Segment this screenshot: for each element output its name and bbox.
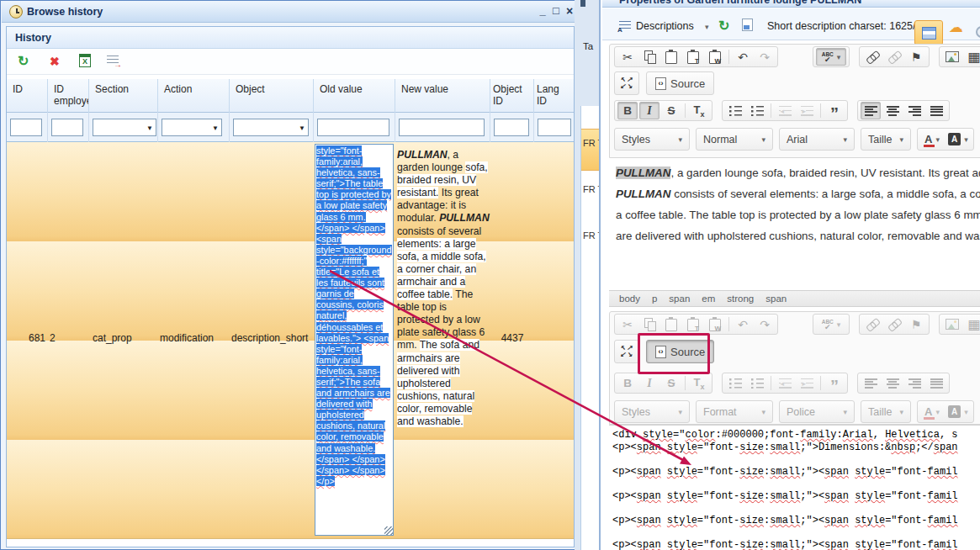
action-filter-select[interactable]: ▼ [162, 119, 222, 136]
remove-format-button[interactable]: Tx [689, 102, 709, 119]
element-path-item[interactable]: strong [727, 294, 754, 304]
old-value-filter-input[interactable] [317, 119, 389, 136]
new-value-cell: PULLMAN, a garden lounge sofa, braided r… [397, 149, 490, 428]
descriptions-dropdown-icon[interactable]: ▾ [705, 23, 709, 31]
table-icon[interactable]: ▦ [964, 48, 980, 66]
insert-group: ▦ [939, 314, 980, 335]
export-icon[interactable]: → [107, 56, 119, 66]
source-code-area[interactable]: <div style="color:#000000;font-family:Ar… [609, 425, 980, 550]
image-icon[interactable] [942, 48, 962, 66]
maximize-editor-icon[interactable]: ↖↗↙↘ [614, 71, 639, 95]
excel-export-icon[interactable]: X [79, 54, 91, 67]
refresh-icon[interactable]: ↻ [18, 53, 29, 69]
anchor-flag-icon: ⚑ [906, 315, 926, 333]
column-header-id[interactable]: ID [7, 79, 48, 113]
cloud-icon[interactable]: ☁ [949, 19, 963, 36]
maximize-editor-icon[interactable]: ↖↗↙↘ [614, 340, 639, 363]
column-header-lang-id[interactable]: Lang ID [534, 79, 574, 113]
id-employe-filter-input[interactable] [51, 119, 83, 136]
bg-color-button[interactable]: A▾ [946, 130, 971, 148]
align-justify-icon[interactable] [926, 102, 946, 119]
link-group: ⚑ [859, 46, 930, 67]
spellcheck-group: ABC✔ ▾ [813, 314, 850, 335]
refresh-descriptions-icon[interactable]: ↻ [718, 18, 729, 34]
format-dropdown[interactable]: Normal▾ [696, 128, 773, 151]
strikethrough-button[interactable]: S [661, 102, 681, 119]
styles-dropdown[interactable]: Styles▾ [614, 128, 690, 151]
text-segment: consists of several [397, 225, 481, 237]
delete-icon[interactable]: ✖ [50, 55, 60, 68]
id-filter-input[interactable] [10, 119, 42, 136]
element-path-item[interactable]: em [702, 294, 715, 304]
object-filter-select[interactable]: ▼ [233, 119, 309, 136]
minimize-icon[interactable]: _ [537, 4, 548, 17]
blockquote-icon: ” [824, 374, 845, 392]
element-path-item[interactable]: p [652, 294, 657, 304]
column-header-object-id[interactable]: Object ID [490, 79, 534, 113]
paste-text-icon[interactable]: T [683, 48, 703, 66]
blockquote-icon[interactable]: ” [824, 102, 845, 119]
properties-window-title: Properties of Garden furniture lounge PU… [619, 0, 861, 6]
paste-word-icon[interactable]: W [705, 48, 725, 66]
background-label-fragment: Ta [583, 41, 593, 51]
column-header-object[interactable]: Object [230, 79, 314, 113]
text-segment: , a garden lounge sofa, braided resin, U… [670, 167, 980, 179]
copy-icon [639, 315, 660, 333]
cut-icon[interactable]: ✂ [617, 48, 638, 66]
column-header-section[interactable]: Section [89, 79, 158, 113]
section-filter-select[interactable]: ▼ [93, 119, 156, 136]
export-arrow-icon: → [114, 60, 122, 69]
text-color-button[interactable]: A▾ [920, 130, 944, 148]
source-code-line: <p><span style="font-size:small;"><span … [612, 466, 958, 479]
bold-button: B [617, 374, 638, 392]
align-left-icon[interactable] [861, 102, 881, 119]
image-icon [942, 315, 962, 333]
color-group: A▾ A▾ [917, 400, 974, 423]
copy-page-icon[interactable] [742, 19, 753, 31]
source-button[interactable]: ‹› Source [646, 71, 714, 95]
close-icon[interactable]: × [564, 4, 575, 18]
source-code-line [612, 526, 958, 539]
lang-id-filter-input[interactable] [538, 119, 571, 136]
size-dropdown[interactable]: Taille▾ [861, 128, 911, 151]
editor1-content[interactable]: PULLMAN, a garden lounge sofa, braided r… [616, 162, 980, 246]
bulleted-list-icon[interactable] [747, 102, 767, 119]
paste-icon[interactable] [661, 48, 681, 66]
window-titlebar[interactable]: Browse history _ □ × [2, 2, 576, 23]
spellcheck-button[interactable]: ABC✔ ▾ [816, 48, 846, 66]
object-id-filter-input[interactable] [494, 119, 529, 136]
old-value-textarea[interactable]: style="font-family:arial, helvetica, san… [315, 144, 394, 536]
new-value-filter-input[interactable] [399, 119, 485, 136]
italic-button[interactable]: I [639, 102, 660, 119]
outdent-icon: ◂ [775, 374, 795, 392]
font-dropdown[interactable]: Arial▾ [779, 128, 855, 151]
cut-icon: ✂ [617, 315, 638, 333]
align-right-icon[interactable] [904, 102, 924, 119]
descriptions-label[interactable]: Descriptions [636, 20, 694, 32]
table-row[interactable]: 681 2 cat_prop modification description_… [7, 142, 574, 539]
bg-color-button: A▾ [946, 403, 971, 420]
properties-titlebar[interactable]: Properties of Garden furniture lounge PU… [602, 0, 980, 8]
link-group: ⚑ [859, 314, 930, 335]
align-center-icon[interactable] [882, 102, 903, 119]
element-path-bar: bodypspanemstrongspan [609, 290, 980, 307]
text-segment: The sofa and armchairs are delivered wit… [397, 339, 479, 427]
redo-icon: ↷ [755, 48, 775, 66]
maximize-icon[interactable]: □ [550, 4, 562, 17]
copy-icon[interactable] [639, 48, 660, 66]
bold-button[interactable]: B [617, 102, 638, 119]
select-arrow-icon: ▼ [299, 124, 305, 132]
link-icon[interactable] [862, 48, 882, 66]
anchor-flag-icon[interactable]: ⚑ [906, 48, 926, 66]
column-header-id-employe[interactable]: ID employe [48, 79, 89, 113]
element-path-item[interactable]: span [669, 294, 690, 304]
undo-icon[interactable]: ↶ [733, 48, 753, 66]
column-header-old-value[interactable]: Old value [314, 79, 395, 113]
element-path-item[interactable]: span [765, 294, 787, 304]
numbered-list-icon[interactable] [725, 102, 745, 119]
grid-filter-row: ▼ ▼ ▼ [7, 113, 574, 142]
element-path-item[interactable]: body [619, 294, 640, 304]
column-header-new-value[interactable]: New value [395, 79, 490, 113]
toggle-panel-button[interactable] [914, 20, 943, 45]
column-header-action[interactable]: Action [158, 79, 230, 113]
